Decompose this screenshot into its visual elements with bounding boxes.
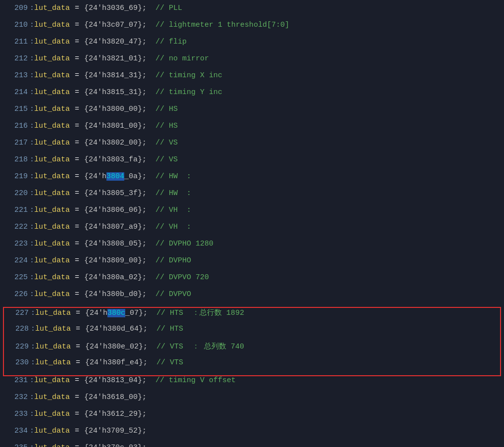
code-line-232: 232:lut_data={24'h3618_00}; — [0, 393, 504, 410]
code-line-222: 222:lut_data={24'h3807_a9}; // VH : — [0, 223, 504, 240]
code-line-229: 229:lut_data={24'h380e_02}; // VTS ： 总列数… — [4, 342, 500, 358]
code-line-213: 213:lut_data={24'h3814_31}; // timing X … — [0, 71, 504, 88]
code-line-224: 224:lut_data={24'h3809_00}; // DVPHO — [0, 256, 504, 273]
code-line-219: 219:lut_data={24'h3804_0a}; // HW : — [0, 172, 504, 189]
code-line-225: 225:lut_data={24'h380a_02}; // DVPVO 720 — [0, 273, 504, 290]
code-line-223: 223:lut_data={24'h3808_05}; // DVPHO 128… — [0, 240, 504, 256]
code-line-235: 235:lut_data={24'h370c_03}; — [0, 444, 504, 447]
code-line-212: 212:lut_data={24'h3821_01}; // no mirror — [0, 54, 504, 71]
code-line-210: 210:lut_data={24'h3c07_07}; // lightmete… — [0, 21, 504, 38]
code-line-231: 231:lut_data={24'h3813_04}; // timing V … — [0, 376, 504, 393]
code-container: 209:lut_data={24'h3036_69}; // PLL 210:l… — [0, 0, 504, 447]
code-line-227: 227:lut_data={24'h380c_07}; // HTS ：总行数 … — [4, 308, 500, 325]
highlight-block: 227:lut_data={24'h380c_07}; // HTS ：总行数 … — [3, 307, 501, 376]
code-line-226: 226:lut_data={24'h380b_d0}; // DVPVO — [0, 290, 504, 307]
code-line-228: 228:lut_data={24'h380d_64}; // HTS — [4, 325, 500, 342]
code-line-233: 233:lut_data={24'h3612_29}; — [0, 410, 504, 427]
code-line-221: 221:lut_data={24'h3806_06}; // VH : — [0, 206, 504, 223]
code-line-211: 211:lut_data={24'h3820_47}; // flip — [0, 38, 504, 54]
code-line-234: 234:lut_data={24'h3709_52}; — [0, 427, 504, 444]
code-line-216: 216:lut_data={24'h3801_00}; // HS — [0, 122, 504, 139]
code-line-217: 217:lut_data={24'h3802_00}; // VS — [0, 139, 504, 155]
code-line-220: 220:lut_data={24'h3805_3f}; // HW : — [0, 189, 504, 206]
code-line-215: 215:lut_data={24'h3800_00}; // HS — [0, 105, 504, 122]
code-line-230: 230:lut_data={24'h380f_e4}; // VTS — [4, 358, 500, 375]
code-line-214: 214:lut_data={24'h3815_31}; // timing Y … — [0, 88, 504, 105]
code-line-209: 209:lut_data={24'h3036_69}; // PLL — [0, 4, 504, 21]
line-num-209: 209 — [8, 4, 28, 12]
code-line-218: 218:lut_data={24'h3803_fa}; // VS — [0, 155, 504, 172]
